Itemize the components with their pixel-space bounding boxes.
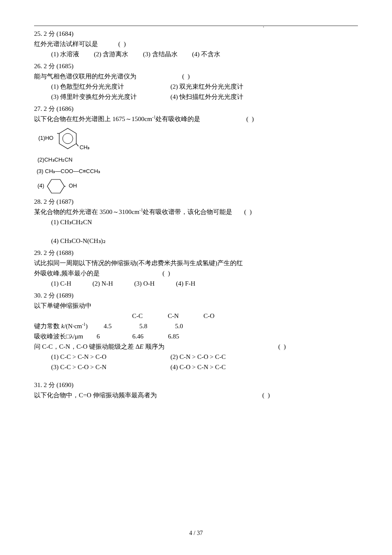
q30-row1-v1: 4.5 [104, 321, 138, 331]
page: . 25. 2 分 (1684) 红外光谱法试样可以是 ( ) (1) 水溶液 … [0, 0, 392, 555]
q25-header: 25. 2 分 (1684) [34, 29, 358, 39]
q30-row1: 键力常数 k/(N·cm-1) 4.5 5.8 5.0 [34, 321, 358, 331]
q30-row2-v1: 6 [97, 331, 131, 341]
q28-opt1: (1) CH₃CH₂CN [34, 217, 358, 227]
q30-row1-label: 键力常数 k/(N·cm-1) [34, 323, 89, 330]
q30-row1-post: /(N·cm [64, 323, 82, 330]
q26-stem: 能与气相色谱仪联用的红外光谱仪为 ( ) [34, 71, 358, 81]
q30-row2-v3: 6.85 [168, 331, 202, 341]
svg-line-3 [76, 144, 78, 146]
q25-options: (1) 水溶液 (2) 含游离水 (3) 含结晶水 (4) 不含水 [34, 49, 358, 59]
q28-opt4: (4) CH₃CO-N(CH₃)₂ [34, 236, 358, 246]
q26-row1: (1) 色散型红外分光光度计 (2) 双光束红外分光光度计 [34, 81, 358, 92]
q31-stem-row: 以下化合物中，C=O 伸缩振动频率最高者为 ( ) [34, 390, 358, 400]
q27-opt3: (3) CH₃—COO—C≡CCH₃ [37, 167, 358, 176]
q27-opt4-right: OH [69, 182, 77, 189]
q29-opt3: (3) O-H [134, 278, 155, 289]
q27-opt2: (2)CH₃CH₂CN [37, 156, 358, 165]
q27-opt1-label: (1) [38, 135, 45, 141]
q31-stem: 以下化合物中，C=O 伸缩振动频率最高者为 [34, 392, 157, 399]
q25-stem: 红外光谱法试样可以是 ( ) [34, 39, 358, 49]
top-dot: . [263, 22, 264, 30]
cyclohexane-icon [46, 178, 66, 195]
q30-opt3: (3) C-C > C-O > C-N [51, 362, 170, 372]
page-footer: 4 / 37 [0, 529, 392, 538]
q25-paren: ( ) [118, 39, 127, 49]
q27-opt4-struct: (4) OH [37, 178, 358, 195]
q26-opt2: (2) 双光束红外分光光度计 [170, 81, 290, 92]
q30-ask-E: E [140, 343, 144, 350]
q30-row2-v2: 6.46 [132, 331, 166, 341]
q30-opt4: (4) C-O > C-N > C-C [170, 362, 290, 372]
q27-opt1-left: HO [45, 135, 54, 141]
q26-header: 26. 2 分 (1685) [34, 61, 358, 71]
svg-marker-0 [59, 128, 76, 149]
q30-optrow1: (1) C-C > C-N > C-O (2) C-N > C-O > C-C [34, 352, 358, 362]
q30-ask: 问 C-C，C-N，C-O 键振动能级之差 ΔE 顺序为 ( ) [34, 341, 358, 352]
q26-row2: (3) 傅里叶变换红外分光光度计 (4) 快扫描红外分光光度计 [34, 92, 358, 102]
q25-opt4: (4) 不含水 [192, 49, 220, 59]
q27-paren: ( ) [246, 114, 255, 124]
q29-opt1: (1) C-H [51, 278, 71, 289]
q30-row2-label: 吸收峰波长□λ/μm [34, 333, 83, 340]
svg-marker-4 [47, 179, 64, 193]
q30-row1-v2: 5.8 [139, 321, 173, 331]
q30-row1-sup: -1 [82, 322, 86, 327]
q29-stem1: 试比拟同一周期以下情况的伸缩振动(不考虑费米共振与生成氢键)产生的红 [34, 258, 358, 268]
q30-opt2: (2) C-N > C-O > C-C [170, 352, 290, 362]
q25-opt3: (3) 含结晶水 [143, 49, 178, 59]
q30-col-headers: C-C C-N C-O [34, 311, 358, 321]
q25-opt1: (1) 水溶液 [51, 49, 79, 59]
q25-stem-text: 红外光谱法试样可以是 [34, 40, 98, 47]
q29-header: 29. 2 分 (1688) [34, 248, 358, 258]
q30-paren: ( ) [278, 341, 287, 352]
q28-header: 28. 2 分 (1687) [34, 197, 358, 207]
q29-opt2: (2) N-H [92, 278, 113, 289]
q30-col1: C-C [132, 311, 166, 321]
q25-opt2: (2) 含游离水 [94, 49, 128, 59]
q30-optrow2: (3) C-C > C-O > C-N (4) C-O > C-N > C-C [34, 362, 358, 372]
svg-point-1 [63, 133, 73, 144]
q29-stem2-row: 外吸收峰,频率最小的是 ( ) [34, 268, 358, 278]
q31-header: 31. 2 分 (1690) [34, 380, 358, 390]
q30-ask-pre: 问 C-C，C-N，C-O 键振动能级之差 Δ [34, 343, 140, 350]
q26-opt1: (1) 色散型红外分光光度计 [51, 81, 170, 92]
q27-stem: 以下化合物在红外光谱图上 1675～1500cm-1处有吸收峰的是 ( ) [34, 114, 358, 124]
q28-stem-pre: 某化合物的红外光谱在 3500～3100cm [34, 208, 139, 215]
q30-row1-pre: 键力常数 [34, 323, 61, 330]
q27-opt1-right: CH₃ [80, 144, 90, 150]
q29-options: (1) C-H (2) N-H (3) O-H (4) F-H [34, 278, 358, 289]
q26-opt4: (4) 快扫描红外分光光度计 [170, 92, 290, 102]
q27-stem-pre: 以下化合物在红外光谱图上 1675～1500cm [34, 116, 152, 122]
q31-paren: ( ) [262, 390, 271, 400]
q26-opt3: (3) 傅里叶变换红外分光光度计 [51, 92, 170, 102]
q28-paren: ( ) [244, 207, 253, 217]
q27-opt4-label: (4) [37, 182, 44, 189]
q28-stem: 某化合物的红外光谱在 3500～3100cm-1处有吸收谱带，该化合物可能是 (… [34, 207, 358, 217]
q30-col3: C-O [204, 311, 238, 321]
q29-stem2: 外吸收峰,频率最小的是 [34, 270, 100, 277]
q29-paren: ( ) [162, 268, 171, 278]
q26-stem-text: 能与气相色谱仪联用的红外光谱仪为 [34, 73, 136, 80]
q27-header: 27. 2 分 (1686) [34, 104, 358, 114]
q30-col2: C-N [168, 311, 202, 321]
q26-paren: ( ) [182, 71, 191, 81]
q30-row1-v3: 5.0 [175, 321, 209, 331]
q29-opt4: (4) F-H [176, 278, 195, 289]
q30-row2: 吸收峰波长□λ/μm 6 6.46 6.85 [34, 331, 358, 341]
benzene-ring-icon [55, 126, 81, 151]
q30-opt1: (1) C-C > C-N > C-O [51, 352, 170, 362]
q27-opt1-struct: (1)HO CH₃ [38, 126, 358, 151]
q30-stem: 以下单键伸缩振动中 [34, 301, 358, 311]
q30-row1-close: ) [86, 323, 88, 330]
q27-stem-post: 处有吸收峰的是 [156, 116, 200, 122]
q28-stem-post: 处有吸收谱带，该化合物可能是 [143, 208, 232, 215]
q30-ask-post: 顺序为 [144, 343, 164, 350]
top-rule: . [34, 26, 358, 26]
q30-header: 30. 2 分 (1689) [34, 290, 358, 301]
